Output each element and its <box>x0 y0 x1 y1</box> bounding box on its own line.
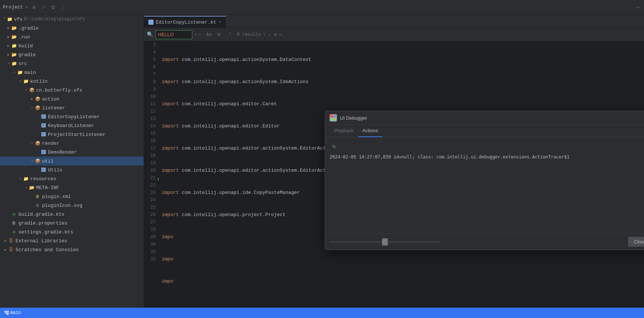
modal-tabs: Playback Actions <box>325 125 644 137</box>
sidebar-item-utils[interactable]: ▶ 🅺 Utils <box>0 165 144 174</box>
build-label: build <box>18 43 33 49</box>
psl-label: ProjectStartListener <box>48 132 106 137</box>
search-match-case-button[interactable]: Aa <box>204 31 213 38</box>
search-clear-button[interactable]: × <box>194 33 197 37</box>
line-num-27: 27 ⚙ <box>144 219 156 226</box>
sidebar: ▾ 📁 vfs D:\code\blog\plugin\vfs ▶ 📂 .gra… <box>0 15 144 308</box>
gradle-folder-icon: 📂 <box>11 25 17 31</box>
line-num-30: 30 <box>144 241 156 248</box>
listener-arrow: ▾ <box>30 105 35 110</box>
sidebar-item-build-gradle-kts[interactable]: ▶ ⚙ build.gradle.kts <box>0 210 144 219</box>
line-num-25: 25 <box>144 204 156 211</box>
search-filter-button[interactable]: ⊙ <box>274 31 277 38</box>
kotlin-label: kotlin <box>30 79 48 84</box>
modal-close-footer-button[interactable]: Close <box>628 237 644 247</box>
sidebar-item-listener[interactable]: ▾ 📦 listener <box>0 103 144 112</box>
status-git-branch[interactable]: main <box>4 310 21 315</box>
sidebar-item-build[interactable]: ▶ 📁 build <box>0 41 144 50</box>
bgk-label: build.gradle.kts <box>18 212 65 217</box>
sidebar-item-plugin-xml[interactable]: ▶ 🗎 plugin.xml <box>0 192 144 201</box>
project-label[interactable]: Project <box>3 4 23 10</box>
menu-dots-icon[interactable]: ⋮ <box>59 4 66 11</box>
search-input[interactable] <box>155 30 192 39</box>
search-more-button[interactable]: ⋯ <box>279 31 282 38</box>
tab-close-button[interactable]: × <box>219 20 222 24</box>
pxml-file-icon: 🗎 <box>35 194 41 199</box>
util-arrow: ▾ <box>30 158 35 164</box>
pkg-folder-icon: 📦 <box>29 87 35 93</box>
root-icon: 📁 <box>7 16 13 22</box>
modal-tab-playback[interactable]: Playback <box>330 125 358 137</box>
modal-refresh-button[interactable]: ↻ <box>330 142 338 151</box>
tab-kt-icon <box>148 20 154 25</box>
build-folder-icon: 📁 <box>11 43 17 49</box>
code-line-13: impo <box>162 278 644 285</box>
split-icon[interactable]: ⧉ <box>50 4 56 11</box>
sc-icon: 🗄 <box>8 247 14 253</box>
modal-slider[interactable] <box>330 241 440 243</box>
src-folder-icon: 📁 <box>11 61 17 66</box>
expand-icon[interactable]: ⤢ <box>40 4 47 11</box>
minimize-icon[interactable]: — <box>634 4 641 11</box>
sidebar-item-scratches[interactable]: ▶ 🗄 Scratches and Consoles <box>0 245 144 254</box>
modal-log-entry: 2024-02-05 14:27:07,839 id=null; class: … <box>330 154 644 160</box>
code-line-14 <box>162 300 644 307</box>
listener-label: listener <box>42 105 65 111</box>
sidebar-item-util[interactable]: ▾ 📦 util <box>0 157 144 165</box>
run-folder-icon: 📂 <box>11 34 17 40</box>
sidebar-item-gradle2[interactable]: ▶ 📂 gradle <box>0 50 144 59</box>
sidebar-item-settings-gradle-kts[interactable]: ▶ ⚙ settings.gradle.kts <box>0 228 144 236</box>
sidebar-item-gradle[interactable]: ▶ 📂 .gradle <box>0 24 144 33</box>
line-num-18: 18 <box>144 152 156 160</box>
kotlin-arrow: ▾ <box>18 79 23 84</box>
sidebar-item-keyboardlistener[interactable]: ▶ 🅺 KeyboardListener <box>0 121 144 130</box>
bgk-file-icon: ⚙ <box>11 211 17 217</box>
sidebar-root-item[interactable]: ▾ 📁 vfs D:\code\blog\plugin\vfs <box>0 15 144 24</box>
sidebar-item-main[interactable]: ▾ 📁 main <box>0 68 144 77</box>
settings-icon[interactable]: ⚙ <box>31 4 37 11</box>
sidebar-item-resources[interactable]: ▾ 📁 resources <box>0 174 144 183</box>
svg-rect-1 <box>334 115 336 117</box>
line-num-12: 12 <box>144 108 156 115</box>
sidebar-item-pluginicon-svg[interactable]: ▶ 🗎 pluginIcon.svg <box>0 201 144 210</box>
branch-icon <box>4 311 9 315</box>
modal-slider-thumb[interactable] <box>382 238 388 246</box>
utils-file-icon: 🅺 <box>41 167 47 173</box>
search-regex-button[interactable]: .* <box>224 31 233 38</box>
search-whole-words-button[interactable]: W <box>216 31 222 38</box>
kl-file-icon: 🅺 <box>41 123 47 129</box>
sidebar-item-action[interactable]: ▶ 📦 action <box>0 95 144 103</box>
sidebar-item-meta-inf[interactable]: ▾ 📂 META-INF <box>0 183 144 192</box>
sidebar-item-cn-butterfly-vfs[interactable]: ▾ 📦 cn.butterfly.vfs <box>0 86 144 95</box>
sidebar-item-external-libraries[interactable]: ▶ 🗄 External Libraries <box>0 236 144 245</box>
sidebar-item-projectstartlistener[interactable]: ▶ 🅺 ProjectStartListener <box>0 130 144 139</box>
svg-label: pluginIcon.svg <box>42 203 82 208</box>
modal-tab-actions[interactable]: Actions <box>358 125 383 137</box>
search-next-button[interactable]: ↓ <box>268 32 271 38</box>
ui-debugger-logo <box>330 114 337 122</box>
sidebar-item-render[interactable]: ▾ 📦 render <box>0 139 144 148</box>
line-num-28: 28 <box>144 226 156 233</box>
pxml-label: plugin.xml <box>42 194 71 199</box>
editor-tab-editorcopylistener[interactable]: EditorCopyListener.kt × <box>144 16 226 28</box>
search-magnifier-icon: 🔍 <box>147 31 153 38</box>
sidebar-item-editorcopylistener[interactable]: ▶ 🅺 EditorCopyListener <box>0 112 144 121</box>
status-branch-name: main <box>10 310 21 315</box>
search-match-backward-button[interactable]: ← <box>199 32 202 38</box>
sidebar-item-gradle-properties[interactable]: ▶ 🗎 gradle.properties <box>0 219 144 228</box>
search-prev-button[interactable]: ↑ <box>263 32 266 38</box>
editor-area: EditorCopyListener.kt × 🔍 × ← Aa W .* 0 … <box>144 15 644 308</box>
line-num-22: 22 <box>144 182 156 189</box>
line-num-23: 23 ⚡ <box>144 189 156 196</box>
line-num-31: 31 <box>144 248 156 256</box>
kl-label: KeyboardListener <box>48 123 94 129</box>
title-bar-icons: ⚙ ⤢ ⧉ ⋮ <box>31 4 66 11</box>
sidebar-item-run[interactable]: ▶ 📂 .run <box>0 33 144 41</box>
sgk-label: settings.gradle.kts <box>18 229 73 235</box>
title-bar: Project ∨ ⚙ ⤢ ⧉ ⋮ — <box>0 0 644 15</box>
sidebar-item-kotlin[interactable]: ▾ 📁 kotlin <box>0 77 144 86</box>
root-arrow: ▾ <box>1 17 7 22</box>
main-arrow: ▾ <box>12 70 17 75</box>
sidebar-item-demorender[interactable]: ▶ 🅺 DemoRender <box>0 148 144 157</box>
sidebar-item-src[interactable]: ▾ 📁 src <box>0 59 144 68</box>
